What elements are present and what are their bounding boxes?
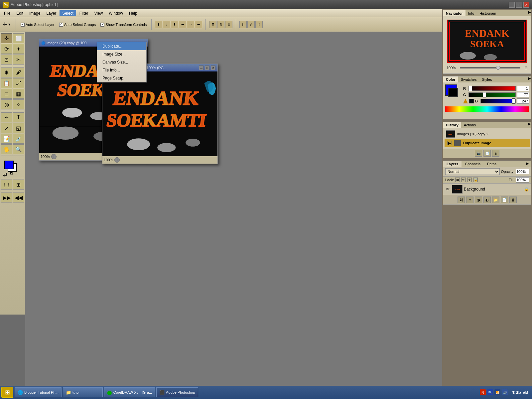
gradient-tool[interactable]: ▦ — [13, 89, 24, 99]
context-menu-duplicate[interactable]: Duplicate... — [97, 42, 146, 50]
hand-tool[interactable]: 🖐 — [1, 144, 12, 154]
navigator-zoom-thumb[interactable] — [496, 66, 500, 70]
blend-mode-select[interactable]: Normal — [445, 168, 500, 175]
auto-select-groups-toggle[interactable]: ✓ Auto Select Groups — [58, 22, 97, 27]
layer-mask-btn[interactable]: ◑ — [475, 197, 482, 203]
color-expand-icon[interactable]: ▶ — [528, 76, 531, 82]
eyedropper-tool[interactable]: 💉 — [13, 134, 24, 144]
layer-link-btn[interactable]: ⛓ — [458, 197, 465, 203]
image-window-2-maximize[interactable]: □ — [205, 66, 209, 70]
history-item-2[interactable]: ▶ Duplicate Image — [445, 139, 530, 147]
zoom-in-icon[interactable]: ⊕ — [524, 66, 528, 70]
minimize-button[interactable]: — — [509, 2, 515, 8]
context-menu[interactable]: Duplicate... Image Size... Canvas Size..… — [97, 42, 147, 82]
dodge-tool[interactable]: ○ — [13, 99, 24, 109]
taskbar-item-photoshop[interactable]: ⬛ Adobe Photoshop — [156, 387, 198, 397]
taskbar-item-tutor[interactable]: 📁 tutor — [63, 387, 103, 397]
history-brush-tool[interactable]: 🖊 — [13, 78, 24, 88]
history-delete-btn[interactable]: 🗑 — [492, 150, 499, 157]
taskbar-item-coreldraw[interactable]: ⬤ CorelDRAW X3 - [Gra... — [104, 387, 155, 397]
clone-tool[interactable]: 📋 — [1, 78, 12, 88]
menu-image[interactable]: Image — [27, 10, 43, 16]
styles-tab[interactable]: Styles — [479, 76, 494, 82]
layer-visibility-btn[interactable]: 👁 — [445, 187, 451, 192]
align-top-btn[interactable]: ⬆ — [155, 21, 162, 28]
brush-tool[interactable]: 🖌 — [13, 67, 24, 77]
layers-tab[interactable]: Layers — [443, 161, 462, 167]
select-tool[interactable]: ⬜ — [13, 33, 24, 43]
layers-expand-icon[interactable]: ▶ — [524, 161, 531, 167]
close-button[interactable]: ✕ — [523, 2, 529, 8]
info-tab[interactable]: Info — [466, 10, 477, 16]
color-b-slider[interactable] — [480, 99, 516, 103]
zoom-tool[interactable]: 🔍 — [13, 144, 24, 154]
foreground-color-swatch[interactable] — [4, 161, 14, 169]
dist-hcenter-btn[interactable]: ⇄ — [247, 21, 255, 28]
quick-mask-btn[interactable]: ⬚ — [1, 180, 12, 190]
swatches-tab[interactable]: Swatches — [458, 76, 479, 82]
image-window-2-close[interactable]: ✕ — [211, 66, 215, 70]
fill-input[interactable] — [516, 177, 529, 183]
path-select-tool[interactable]: ↗ — [1, 123, 12, 133]
extra-tool-2[interactable]: ◀◀ — [13, 193, 24, 202]
history-item-1[interactable]: END images (20) copy 2 — [445, 129, 530, 139]
lock-move-btn[interactable]: ✛ — [467, 178, 472, 182]
actions-tab[interactable]: Actions — [461, 122, 478, 128]
color-b-thumb[interactable] — [512, 98, 515, 104]
dist-top-btn[interactable]: ⇈ — [209, 21, 216, 28]
color-r-input[interactable] — [517, 86, 529, 91]
menu-file[interactable]: File — [1, 10, 13, 16]
dist-left-btn[interactable]: ⇇ — [239, 21, 247, 28]
align-bottom-btn[interactable]: ⬇ — [171, 21, 178, 28]
taskbar-start-button[interactable]: ⊞ — [1, 387, 13, 398]
history-tab[interactable]: History — [443, 122, 461, 128]
context-menu-page-setup[interactable]: Page Setup... — [97, 74, 146, 82]
layer-effects-btn[interactable]: ✦ — [466, 197, 473, 203]
image-info-btn[interactable]: i — [51, 154, 57, 159]
align-right-btn[interactable]: ➡ — [195, 21, 202, 28]
slice-tool[interactable]: ✂ — [13, 55, 24, 65]
navigator-zoom-slider[interactable] — [460, 67, 520, 68]
history-expand-icon[interactable]: ▶ — [528, 122, 531, 128]
color-r-thumb[interactable] — [469, 86, 472, 91]
color-background-swatch[interactable] — [448, 88, 458, 97]
history-new-snapshot-btn[interactable]: 📷 — [475, 150, 482, 157]
swap-colors-btn[interactable]: ⇄ — [3, 171, 7, 178]
context-menu-image-size[interactable]: Image Size... — [97, 50, 146, 58]
opacity-input[interactable] — [516, 169, 529, 174]
color-r-slider[interactable] — [468, 86, 516, 91]
eraser-tool[interactable]: ◻ — [1, 89, 12, 99]
layer-adjustment-btn[interactable]: ◐ — [483, 197, 491, 203]
shape-tool[interactable]: ◱ — [13, 123, 24, 133]
image-window-2-minimize[interactable]: — — [199, 66, 203, 70]
color-g-thumb[interactable] — [483, 92, 486, 97]
move-tool-btn[interactable]: ✛ ▼ — [1, 21, 12, 28]
color-mode-box[interactable] — [469, 99, 474, 103]
navigator-tab[interactable]: Navigator — [443, 10, 466, 16]
color-tab[interactable]: Color — [443, 76, 458, 82]
menu-layer[interactable]: Layer — [44, 10, 59, 16]
menu-filter[interactable]: Filter — [77, 10, 91, 16]
default-colors-btn[interactable]: ◩ — [10, 171, 13, 175]
align-vcenter-btn[interactable]: ↕ — [163, 21, 170, 28]
color-spectrum-bar[interactable] — [445, 106, 529, 112]
history-new-document-btn[interactable]: 📄 — [483, 150, 491, 157]
maximize-button[interactable]: □ — [516, 2, 522, 8]
screen-mode-btn[interactable]: ⊞ — [13, 180, 24, 190]
taskbar-item-blogger[interactable]: 🌐 Blogger Tutorial Ph... — [15, 387, 62, 397]
menu-window[interactable]: Window — [106, 10, 126, 16]
auto-select-layer-toggle[interactable]: ✓ Auto Select Layer — [19, 22, 56, 27]
color-b-input[interactable] — [517, 98, 529, 104]
layer-new-btn[interactable]: 📄 — [501, 197, 508, 203]
healing-tool[interactable]: ✱ — [1, 67, 12, 77]
dist-bottom-btn[interactable]: ⇊ — [225, 21, 232, 28]
pen-tool[interactable]: ✒ — [1, 112, 12, 122]
image-2-info-btn[interactable]: i — [114, 157, 120, 163]
menu-select[interactable]: Select — [60, 10, 76, 16]
menu-edit[interactable]: Edit — [14, 10, 26, 16]
show-transform-checkbox[interactable]: ✓ — [100, 23, 104, 27]
context-menu-file-info[interactable]: File Info... — [97, 66, 146, 74]
background-layer-row[interactable]: 👁 END Background 🔒 — [443, 184, 531, 195]
auto-select-groups-checkbox[interactable]: ✓ — [59, 23, 63, 27]
color-g-input[interactable] — [517, 92, 529, 97]
